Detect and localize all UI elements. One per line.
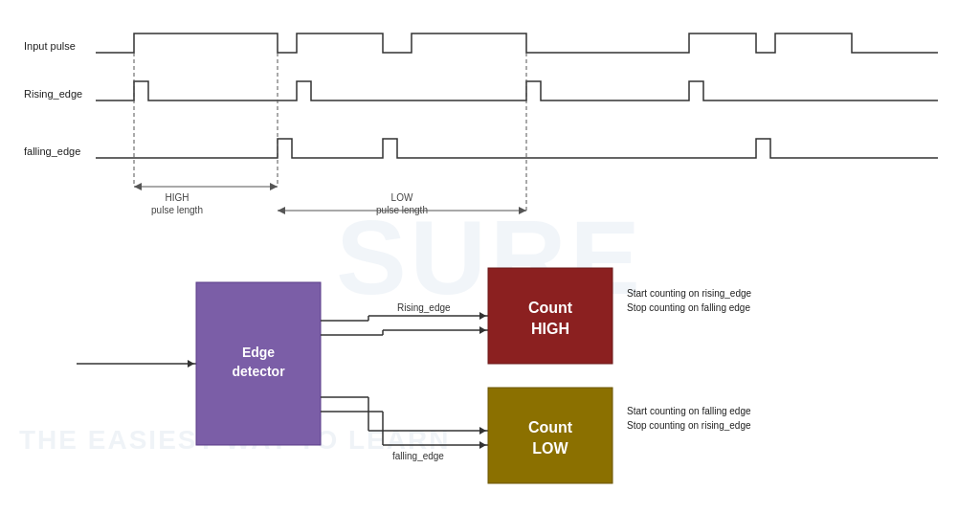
- high-pulse-sublabel: pulse length: [151, 205, 203, 215]
- count-low-text2: LOW: [532, 440, 568, 457]
- count-high-text1: Count: [528, 300, 573, 316]
- low-pulse-arrow-right: [519, 207, 526, 214]
- count-low-desc2: Stop counting on rising_edge: [627, 420, 751, 431]
- rising-edge-waveform: [96, 81, 938, 100]
- input-pulse-label: Input pulse: [24, 40, 76, 52]
- low-pulse-arrow-left: [278, 207, 285, 214]
- rising-arrow2: [479, 326, 486, 334]
- high-pulse-arrow-right: [270, 183, 278, 190]
- rising-arrow1: [479, 312, 486, 320]
- input-arrow: [188, 360, 194, 368]
- count-high-text2: HIGH: [531, 321, 569, 337]
- count-low-rect: [488, 388, 612, 483]
- count-low-desc1: Start counting on falling edge: [627, 406, 751, 416]
- rising-edge-wire-label: Rising_edge: [397, 302, 451, 313]
- falling-edge-label: falling_edge: [24, 145, 80, 157]
- count-high-rect: [488, 268, 612, 364]
- block-diagram: Edge detector Rising_edge falling_edge C…: [19, 254, 957, 507]
- edge-detector-text2: detector: [232, 364, 285, 379]
- count-high-desc1: Start counting on rising_edge: [627, 288, 752, 299]
- count-high-desc2: Stop counting on falling edge: [627, 302, 750, 313]
- input-pulse-waveform: [96, 33, 938, 53]
- edge-detector-text1: Edge: [242, 345, 275, 360]
- falling-edge-wire-label: falling_edge: [392, 451, 444, 461]
- count-low-text1: Count: [528, 419, 573, 435]
- high-pulse-arrow-left: [134, 183, 142, 190]
- low-pulse-label: LOW: [391, 192, 413, 203]
- high-pulse-label: HIGH: [166, 192, 189, 203]
- falling-edge-waveform: [96, 139, 938, 158]
- main-content: Input pulse Rising_edge falling_edge HIG…: [0, 0, 980, 513]
- low-pulse-sublabel: pulse length: [376, 205, 428, 215]
- falling-arrow1: [479, 427, 486, 435]
- rising-edge-label: Rising_edge: [24, 88, 82, 100]
- timing-diagram: Input pulse Rising_edge falling_edge HIG…: [19, 10, 957, 239]
- falling-arrow2: [479, 441, 486, 449]
